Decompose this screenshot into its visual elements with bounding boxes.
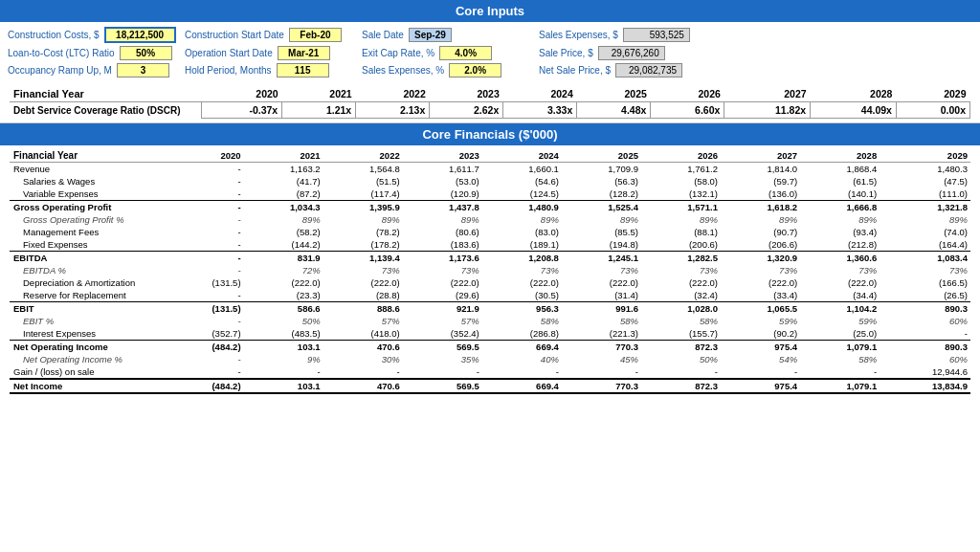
cf-val-3-9: 1,321.8 [880,201,970,214]
cf-val-4-0: - [167,213,244,226]
exit-cap-rate-label: Exit Cap Rate, % [362,48,434,58]
dscr-2028: 44.09x [811,102,897,119]
fy-col-2021: 2021 [282,86,356,102]
cf-val-5-8: (93.4) [800,226,880,238]
cf-label-14: Net Operating Income [10,341,167,354]
cf-val-6-4: (189.1) [482,238,562,252]
cf-row-7: EBITDA-831.91,139.41,173.61,208.81,245.1… [10,252,970,265]
sale-price-cell: Sale Price, $ 29,676,260 [539,46,792,60]
construction-start-cell: Construction Start Date Feb-20 [185,28,362,42]
cf-val-17-3: 569.5 [403,379,482,393]
cf-row-13: Interest Expenses(352.7)(483.5)(418.0)(3… [10,327,970,341]
financials-table: Financial Year 2020 2021 2022 2023 2024 … [10,149,970,394]
construction-start-value[interactable]: Feb-20 [289,28,342,42]
cf-val-2-0: - [167,188,244,201]
cf-2021: 2021 [244,149,323,163]
hold-period-value[interactable]: 115 [277,63,329,77]
cf-val-12-7: 59% [721,315,800,327]
cf-val-10-1: (23.3) [244,289,323,302]
cf-val-5-0: - [167,226,244,238]
cf-val-6-0: - [167,238,244,252]
cf-val-7-4: 1,208.8 [482,252,562,265]
cf-val-11-1: 586.6 [244,302,323,316]
cf-val-8-2: 73% [323,264,403,276]
sales-expenses-dollar-cell: Sales Expenses, $ 593,525 [539,28,792,42]
cf-val-8-6: 73% [641,264,721,276]
exit-cap-rate-cell: Exit Cap Rate, % 4.0% [362,46,539,60]
cf-val-0-8: 1,868.4 [800,163,880,176]
ltc-ratio-value[interactable]: 50% [120,46,172,60]
cf-val-2-7: (136.0) [721,188,800,201]
cf-val-0-4: 1,660.1 [482,163,562,176]
dscr-2021: 1.21x [282,102,356,119]
sale-price-label: Sale Price, $ [539,48,593,58]
construction-costs-value[interactable]: 18,212,500 [104,27,176,43]
cf-val-5-7: (90.7) [721,226,800,238]
cf-val-13-5: (221.3) [562,327,641,341]
cf-row-1: Salaries & Wages-(41.7)(51.5)(53.0)(54.6… [10,175,970,188]
cf-val-15-7: 54% [721,353,800,365]
cf-val-3-7: 1,618.2 [721,201,800,214]
cf-val-5-1: (58.2) [244,226,323,238]
cf-val-15-4: 40% [482,353,562,365]
sales-expenses-dollar-value: 593,525 [623,28,690,42]
inputs-row-2: Loan-to-Cost (LTC) Ratio 50% Operation S… [8,46,972,60]
cf-val-12-8: 59% [800,315,880,327]
cf-val-7-1: 831.9 [244,252,323,265]
cf-val-2-4: (124.5) [482,188,562,201]
cf-val-16-7: - [721,365,800,379]
cf-val-16-4: - [482,365,562,379]
cf-val-8-9: 73% [880,264,970,276]
cf-val-17-1: 103.1 [244,379,323,393]
cf-val-8-4: 73% [482,264,562,276]
cf-val-6-5: (194.8) [562,238,641,252]
cf-val-17-4: 669.4 [482,379,562,393]
cf-val-10-5: (31.4) [562,289,641,302]
hold-period-cell: Hold Period, Months 115 [185,63,362,77]
cf-val-8-0: - [167,264,244,276]
sales-expenses-pct-value[interactable]: 2.0% [449,63,501,77]
cf-val-11-6: 1,028.0 [641,302,721,316]
exit-cap-rate-value[interactable]: 4.0% [439,46,492,60]
fy-col-2022: 2022 [356,86,430,102]
cf-val-17-2: 470.6 [323,379,403,393]
cf-label-6: Fixed Expenses [10,238,167,252]
fy-col-2026: 2026 [651,86,724,102]
fy-col-2024: 2024 [503,86,577,102]
dscr-2029: 0.00x [896,102,969,119]
cf-val-4-9: 89% [880,213,970,226]
cf-val-6-6: (200.6) [641,238,721,252]
cf-val-0-3: 1,611.7 [403,163,482,176]
main-container: Core Inputs Construction Costs, $ 18,212… [0,0,980,398]
dscr-2025: 4.48x [577,102,651,119]
cf-row-16: Gain / (loss) on sale---------12,944.6 [10,365,970,379]
cf-val-1-1: (41.7) [244,175,323,188]
cf-val-17-5: 770.3 [562,379,641,393]
cf-row-11: EBIT(131.5)586.6888.6921.9956.3991.61,02… [10,302,970,316]
cf-val-11-8: 1,104.2 [800,302,880,316]
cf-val-17-6: 872.3 [641,379,721,393]
cf-val-16-8: - [800,365,880,379]
occupancy-ramp-label: Occupancy Ramp Up, M [8,65,112,76]
sale-price-value: 29,676,260 [598,46,665,60]
operation-start-value[interactable]: Mar-21 [278,46,330,60]
cf-val-4-5: 89% [562,213,641,226]
cf-label-0: Revenue [10,163,167,176]
fy-col-2023: 2023 [430,86,503,102]
inputs-row-1: Construction Costs, $ 18,212,500 Constru… [8,27,972,43]
cf-val-9-8: (222.0) [800,276,880,289]
cf-val-14-3: 569.5 [403,341,482,354]
cf-row-17: Net Income(484.2)103.1470.6569.5669.4770… [10,379,970,393]
construction-costs-cell: Construction Costs, $ 18,212,500 [8,27,185,43]
sale-date-label: Sale Date [362,30,404,40]
fy-col-2028: 2028 [811,86,897,102]
cf-val-10-7: (33.4) [721,289,800,302]
cf-val-13-7: (90.2) [721,327,800,341]
cf-row-4: Gross Operating Profit %-89%89%89%89%89%… [10,213,970,226]
occupancy-ramp-value[interactable]: 3 [117,63,169,77]
cf-val-1-0: - [167,175,244,188]
cf-val-12-5: 58% [562,315,641,327]
sale-date-value[interactable]: Sep-29 [409,28,452,42]
cf-val-10-8: (34.4) [800,289,880,302]
dscr-2027: 11.82x [724,102,811,119]
